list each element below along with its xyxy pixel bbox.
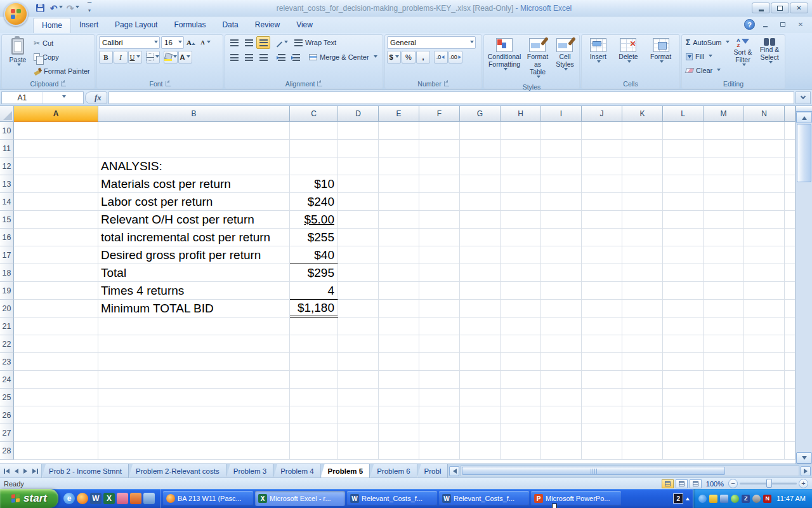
cell-A12[interactable] — [14, 157, 98, 175]
cell-C28[interactable] — [290, 442, 338, 460]
cell-E19[interactable] — [379, 282, 419, 300]
cell-K17[interactable] — [622, 246, 663, 264]
ribbon-tab-data[interactable]: Data — [214, 18, 246, 33]
cell-C13[interactable]: $10 — [290, 175, 338, 193]
cell-M23[interactable] — [704, 353, 744, 371]
cell-K28[interactable] — [622, 442, 663, 460]
cell-F16[interactable] — [419, 229, 460, 246]
cell-C17[interactable]: $40 — [290, 246, 338, 264]
cell-H22[interactable] — [501, 335, 541, 353]
number-dialog-launcher[interactable] — [444, 81, 449, 86]
cell-D14[interactable] — [338, 193, 379, 211]
format-as-table-button[interactable]: Format as Table — [523, 36, 553, 82]
cell-K13[interactable] — [622, 175, 663, 193]
cell-L13[interactable] — [663, 175, 704, 193]
cell-F18[interactable] — [419, 264, 460, 282]
taskbar-button-powerpoint[interactable]: PMicrosoft PowerPo... — [531, 491, 621, 506]
scroll-up-button[interactable] — [796, 112, 812, 123]
cell-M24[interactable] — [704, 371, 744, 389]
vertical-scroll-thumb[interactable] — [797, 124, 811, 182]
taskbar-button-word[interactable]: WRelevant_Costs_f... — [439, 491, 529, 506]
cell-I25[interactable] — [541, 389, 582, 406]
merge-center-button[interactable]: Merge & Center — [309, 51, 377, 64]
cell-I16[interactable] — [541, 229, 582, 246]
row-header-25[interactable]: 25 — [0, 389, 14, 406]
previous-sheet-button[interactable] — [11, 466, 20, 476]
cell-C21[interactable] — [290, 318, 338, 335]
align-center-button[interactable] — [242, 51, 256, 64]
cell-F10[interactable] — [419, 122, 460, 140]
font-dialog-launcher[interactable] — [166, 81, 171, 86]
cell-N22[interactable] — [744, 335, 785, 353]
orientation-button[interactable] — [275, 36, 289, 49]
cell-H19[interactable] — [501, 282, 541, 300]
column-header-D[interactable]: D — [338, 106, 379, 122]
cell-E22[interactable] — [379, 335, 419, 353]
cell-J10[interactable] — [582, 122, 622, 140]
ribbon-tab-review[interactable]: Review — [247, 18, 288, 33]
column-header-L[interactable]: L — [663, 106, 704, 122]
cell-B20[interactable]: Minimum TOTAL BID — [98, 300, 290, 318]
cell-E10[interactable] — [379, 122, 419, 140]
cell-L10[interactable] — [663, 122, 704, 140]
copy-button[interactable]: Copy — [32, 51, 92, 64]
cell-H20[interactable] — [501, 300, 541, 318]
name-box-dropdown[interactable] — [43, 92, 84, 104]
cell-A18[interactable] — [14, 264, 98, 282]
volume-tray-icon[interactable] — [752, 495, 761, 503]
taskbar-button-excel[interactable]: XMicrosoft Excel - r... — [255, 491, 345, 506]
shrink-font-button[interactable]: A — [199, 36, 213, 49]
cell-L17[interactable] — [663, 246, 704, 264]
borders-button[interactable] — [146, 51, 160, 64]
cell-F12[interactable] — [419, 157, 460, 175]
italic-button[interactable]: I — [114, 51, 128, 64]
row-header-18[interactable]: 18 — [0, 264, 14, 282]
cell-K11[interactable] — [622, 140, 663, 157]
row-header-17[interactable]: 17 — [0, 246, 14, 264]
cell-J15[interactable] — [582, 211, 622, 229]
cell-I13[interactable] — [541, 175, 582, 193]
cell-A28[interactable] — [14, 442, 98, 460]
row-header-10[interactable]: 10 — [0, 122, 14, 140]
underline-button[interactable]: U — [128, 51, 142, 64]
cell-G13[interactable] — [460, 175, 501, 193]
language-indicator[interactable]: 2 — [673, 493, 683, 504]
column-header-E[interactable]: E — [379, 106, 419, 122]
ie-icon[interactable]: e — [63, 493, 75, 504]
cell-G19[interactable] — [460, 282, 501, 300]
normal-view-button[interactable] — [662, 479, 674, 488]
cell-B17[interactable]: Desired gross profit per return — [98, 246, 290, 264]
increase-indent-button[interactable] — [289, 51, 303, 64]
cell-J17[interactable] — [582, 246, 622, 264]
insert-function-button[interactable]: fx — [85, 91, 107, 104]
cell-D21[interactable] — [338, 318, 379, 335]
cell-L20[interactable] — [663, 300, 704, 318]
cell-M13[interactable] — [704, 175, 744, 193]
cell-M17[interactable] — [704, 246, 744, 264]
fill-color-button[interactable] — [164, 51, 178, 64]
cell-A27[interactable] — [14, 424, 98, 442]
cell-L16[interactable] — [663, 229, 704, 246]
format-painter-button[interactable]: Format Painter — [32, 65, 92, 77]
cell-N28[interactable] — [744, 442, 785, 460]
cell-I23[interactable] — [541, 353, 582, 371]
excel-icon[interactable]: X — [103, 493, 115, 504]
cell-G10[interactable] — [460, 122, 501, 140]
cell-N10[interactable] — [744, 122, 785, 140]
office-button[interactable] — [4, 2, 28, 26]
cell-E11[interactable] — [379, 140, 419, 157]
cell-M21[interactable] — [704, 318, 744, 335]
cell-H14[interactable] — [501, 193, 541, 211]
cell-E14[interactable] — [379, 193, 419, 211]
cell-H10[interactable] — [501, 122, 541, 140]
cell-F26[interactable] — [419, 406, 460, 424]
cell-F17[interactable] — [419, 246, 460, 264]
currency-format-button[interactable]: $ — [387, 51, 401, 64]
sort-filter-button[interactable]: AZ Sort & Filter — [730, 36, 756, 77]
cell-J16[interactable] — [582, 229, 622, 246]
cell-H27[interactable] — [501, 424, 541, 442]
cell-B28[interactable] — [98, 442, 290, 460]
row-header-14[interactable]: 14 — [0, 193, 14, 211]
cell-M15[interactable] — [704, 211, 744, 229]
cell-C16[interactable]: $255 — [290, 229, 338, 246]
